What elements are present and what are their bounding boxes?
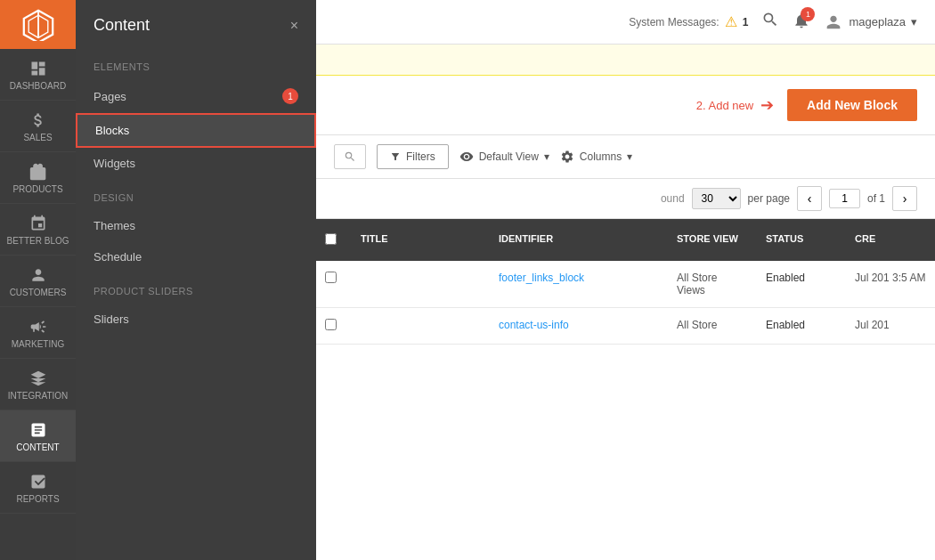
sidebar-item-label: MARKETING	[12, 339, 64, 349]
select-all-checkbox[interactable]	[325, 233, 337, 245]
columns-label: Columns	[580, 150, 622, 163]
per-page-select[interactable]: 30 50 100	[692, 188, 741, 209]
top-actions: 1 mageplaza ▾	[761, 11, 917, 33]
col-created: Cre	[846, 228, 935, 252]
pages-badge: 1	[282, 88, 298, 104]
system-messages-count: 1	[743, 16, 749, 28]
reports-icon	[29, 473, 47, 491]
panel-item-sliders[interactable]: Sliders	[76, 304, 316, 335]
add-new-label: 2. Add new ➔	[696, 95, 774, 115]
products-icon	[29, 163, 47, 181]
sidebar-item-reports[interactable]: REPORTS	[0, 462, 76, 514]
panel-item-blocks[interactable]: Blocks	[76, 113, 316, 148]
page-total-label: of 1	[867, 192, 885, 205]
table-row: footer_links_block All Store Views Enabl…	[316, 261, 935, 308]
col-checkbox	[316, 228, 352, 252]
panel-item-label: Themes	[94, 219, 135, 232]
pagination-bar: ound 30 50 100 per page ‹ of 1 ›	[316, 179, 935, 219]
panel-item-themes[interactable]: Themes	[76, 210, 316, 241]
gear-icon	[560, 150, 574, 164]
sidebar-item-label: DASHBOARD	[10, 81, 66, 91]
filters-label: Filters	[406, 150, 435, 163]
sidebar-item-label: REPORTS	[16, 494, 59, 504]
content-slide-panel: Content × Elements Pages 1 Blocks Widget…	[76, 0, 316, 560]
filters-button[interactable]: Filters	[377, 144, 449, 169]
sidebar-item-integration[interactable]: INTEGRATION	[0, 359, 76, 410]
page-header: 2. Add new ➔ Add New Block	[316, 76, 935, 135]
top-bar: System Messages: ⚠ 1 1 mageplaza ▾	[316, 0, 935, 45]
sidebar-item-label: SALES	[23, 133, 52, 142]
row-store-view-2: All Store	[668, 308, 757, 344]
row-identifier-2[interactable]: contact-us-info	[490, 308, 668, 344]
col-title: Title	[352, 228, 490, 252]
panel-item-label: Schedule	[94, 250, 142, 264]
blog-icon	[29, 215, 47, 232]
sidebar-item-dashboard[interactable]: DASHBOARD	[0, 49, 76, 101]
page-number-input[interactable]	[829, 189, 860, 208]
panel-item-label: Widgets	[94, 157, 135, 170]
bell-badge: 1	[801, 7, 815, 21]
search-box[interactable]	[334, 144, 366, 169]
sidebar-item-products[interactable]: PRODUCTS	[0, 152, 76, 204]
arrow-right-icon: ➔	[760, 95, 774, 115]
system-messages-banner	[316, 45, 935, 76]
columns-select[interactable]: Columns ▾	[560, 150, 632, 164]
main-area: System Messages: ⚠ 1 1 mageplaza ▾	[316, 0, 935, 560]
columns-chevron-icon: ▾	[627, 150, 632, 163]
records-found-label: ound	[661, 192, 685, 205]
sidebar-item-content[interactable]: CONTENT	[0, 410, 76, 462]
magento-logo-icon	[22, 9, 54, 41]
design-section: Design Themes Schedule	[76, 179, 316, 272]
marketing-icon	[29, 318, 47, 336]
col-store-view: Store View	[668, 228, 757, 252]
user-avatar-icon	[824, 12, 843, 32]
default-view-select[interactable]: Default View ▾	[459, 150, 549, 164]
sidebar-item-sales[interactable]: SALES	[0, 101, 76, 152]
sidebar-item-label: BETTER BLOG	[6, 236, 69, 246]
row-title-2	[352, 308, 490, 344]
integration-icon	[29, 369, 47, 387]
panel-item-pages[interactable]: Pages 1	[76, 79, 316, 113]
panel-item-label: Sliders	[94, 312, 129, 326]
page-next-button[interactable]: ›	[892, 186, 917, 211]
icon-nav: DASHBOARD SALES PRODUCTS BETTER BLOG CUS…	[0, 0, 76, 560]
filter-icon	[390, 151, 401, 162]
search-box-icon	[344, 150, 356, 163]
row-created-1: Jul 201 3:5 AM	[846, 261, 935, 307]
row-identifier-1[interactable]: footer_links_block	[490, 261, 668, 307]
panel-item-label: Pages	[94, 90, 126, 103]
filter-bar: Filters Default View ▾ Columns ▾	[316, 135, 935, 179]
add-new-block-button[interactable]: Add New Block	[787, 89, 917, 121]
sidebar-item-label: PRODUCTS	[12, 184, 62, 194]
design-section-title: Design	[76, 179, 316, 210]
sidebar-item-better-blog[interactable]: BETTER BLOG	[0, 204, 76, 256]
col-status: Status	[757, 228, 846, 252]
row-store-view-1: All Store Views	[668, 261, 757, 307]
close-panel-button[interactable]: ×	[290, 18, 298, 34]
user-info[interactable]: mageplaza ▾	[824, 12, 917, 32]
row-checkbox-2[interactable]	[316, 308, 352, 344]
system-messages: System Messages: ⚠ 1	[629, 13, 748, 30]
panel-item-widgets[interactable]: Widgets	[76, 148, 316, 179]
sidebar-item-customers[interactable]: CUSTOMERS	[0, 256, 76, 307]
row-status-2: Enabled	[757, 308, 846, 344]
user-name: mageplaza	[849, 15, 906, 28]
logo[interactable]	[0, 0, 76, 49]
table-header: Title Identifier Store View Status Cre	[316, 219, 935, 261]
elements-section-title: Elements	[76, 48, 316, 79]
panel-item-schedule[interactable]: Schedule	[76, 241, 316, 272]
default-view-label: Default View	[479, 150, 539, 163]
sidebar-item-label: CUSTOMERS	[10, 288, 67, 297]
row-title-1	[352, 261, 490, 307]
sales-icon	[29, 111, 47, 129]
search-icon[interactable]	[761, 11, 779, 33]
per-page-label: per page	[748, 192, 790, 205]
elements-section: Elements Pages 1 Blocks Widgets	[76, 48, 316, 179]
page-prev-button[interactable]: ‹	[797, 186, 822, 211]
sidebar-item-label: INTEGRATION	[8, 391, 69, 401]
row-checkbox-1[interactable]	[316, 261, 352, 307]
warning-icon: ⚠	[725, 13, 737, 30]
eye-icon	[459, 150, 474, 164]
sidebar-item-marketing[interactable]: MARKETING	[0, 307, 76, 359]
notifications-bell[interactable]: 1	[793, 12, 810, 32]
